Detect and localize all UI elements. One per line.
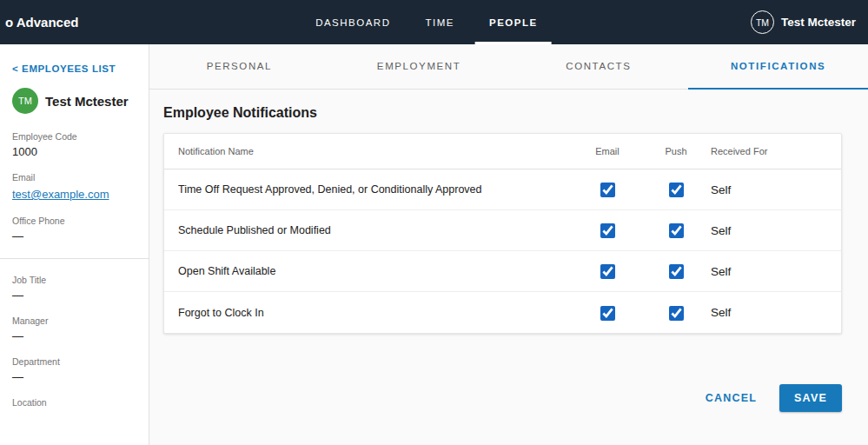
field-label: Job Title <box>12 275 136 285</box>
tab-contacts[interactable]: CONTACTS <box>509 44 689 90</box>
employee-header: TM Test Mctester <box>12 88 136 114</box>
field-label: Email <box>12 172 136 183</box>
topbar: o Advanced DASHBOARD TIME PEOPLE TM Test… <box>0 0 868 44</box>
main-content: PERSONAL EMPLOYMENT CONTACTS NOTIFICATIO… <box>149 44 868 445</box>
email-checkbox[interactable] <box>600 264 615 279</box>
profile-tabs: PERSONAL EMPLOYMENT CONTACTS NOTIFICATIO… <box>149 44 868 90</box>
field-location: Location <box>12 397 136 408</box>
email-checkbox[interactable] <box>600 183 615 197</box>
email-checkbox-cell <box>573 182 641 197</box>
notification-name: Time Off Request Approved, Denied, or Co… <box>178 183 573 196</box>
received-for-value: Self <box>711 224 841 237</box>
user-menu[interactable]: TM Test Mctester <box>751 0 856 44</box>
notification-name: Forgot to Clock In <box>178 307 573 319</box>
notifications-table: Notification Name Email Push Received Fo… <box>163 133 842 334</box>
push-checkbox-cell <box>641 304 711 320</box>
col-received-for: Received For <box>711 146 841 156</box>
field-value: — <box>12 229 136 242</box>
email-checkbox-cell <box>573 222 641 238</box>
page-title: Employee Notifications <box>163 105 842 121</box>
tab-employment[interactable]: EMPLOYMENT <box>329 44 509 90</box>
tab-notifications[interactable]: NOTIFICATIONS <box>688 44 868 90</box>
push-checkbox[interactable] <box>669 183 684 197</box>
push-checkbox[interactable] <box>669 223 684 238</box>
field-label: Employee Code <box>12 131 136 142</box>
received-for-value: Self <box>711 265 841 278</box>
field-email: Email test@example.com <box>12 172 136 202</box>
push-checkbox-cell <box>641 222 711 238</box>
col-email: Email <box>573 146 641 156</box>
main-nav: DASHBOARD TIME PEOPLE <box>301 0 552 44</box>
field-label: Department <box>12 356 136 367</box>
nav-dashboard[interactable]: DASHBOARD <box>301 0 404 44</box>
field-employee-code: Employee Code 1000 <box>12 131 136 158</box>
email-checkbox[interactable] <box>600 306 615 321</box>
col-notification-name: Notification Name <box>178 146 573 156</box>
field-value: — <box>12 329 136 342</box>
received-for-value: Self <box>711 306 841 319</box>
push-checkbox-cell <box>641 182 711 197</box>
table-header-row: Notification Name Email Push Received Fo… <box>164 134 841 169</box>
employee-avatar: TM <box>12 88 38 114</box>
push-checkbox[interactable] <box>669 264 684 279</box>
nav-people[interactable]: PEOPLE <box>475 0 552 44</box>
employee-sidebar: < EMPLOYEES LIST TM Test Mctester Employ… <box>0 44 149 445</box>
employee-name: Test Mctester <box>45 94 129 109</box>
table-row: Time Off Request Approved, Denied, or Co… <box>164 169 841 210</box>
push-checkbox[interactable] <box>669 306 684 321</box>
received-for-value: Self <box>711 183 841 196</box>
field-label: Location <box>12 397 136 408</box>
form-actions: CANCEL SAVE <box>163 384 842 412</box>
col-push: Push <box>641 146 711 156</box>
table-row: Forgot to Clock In Self <box>164 292 841 333</box>
cancel-button[interactable]: CANCEL <box>702 385 760 411</box>
email-checkbox[interactable] <box>600 223 615 238</box>
field-label: Manager <box>12 315 136 326</box>
table-row: Schedule Published or Modified Self <box>164 210 841 251</box>
notification-name: Open Shift Available <box>178 265 573 277</box>
tab-personal[interactable]: PERSONAL <box>149 44 329 90</box>
table-row: Open Shift Available Self <box>164 251 841 292</box>
notification-name: Schedule Published or Modified <box>178 224 573 236</box>
field-department: Department — <box>12 356 136 383</box>
field-manager: Manager — <box>12 315 136 342</box>
sidebar-divider <box>0 258 149 259</box>
nav-time[interactable]: TIME <box>411 0 467 44</box>
field-value: — <box>12 289 136 302</box>
push-checkbox-cell <box>641 263 711 279</box>
field-label: Office Phone <box>12 216 136 226</box>
app-brand: o Advanced <box>0 15 78 30</box>
user-avatar: TM <box>751 10 774 34</box>
field-value: 1000 <box>12 145 136 158</box>
email-checkbox-cell <box>573 304 641 320</box>
field-office-phone: Office Phone — <box>12 216 136 242</box>
field-job-title: Job Title — <box>12 275 136 302</box>
save-button[interactable]: SAVE <box>779 384 842 412</box>
email-checkbox-cell <box>573 263 641 279</box>
field-value: — <box>12 370 136 383</box>
email-link[interactable]: test@example.com <box>12 188 109 201</box>
back-to-employees-link[interactable]: < EMPLOYEES LIST <box>12 63 116 74</box>
user-name: Test Mctester <box>781 16 856 29</box>
